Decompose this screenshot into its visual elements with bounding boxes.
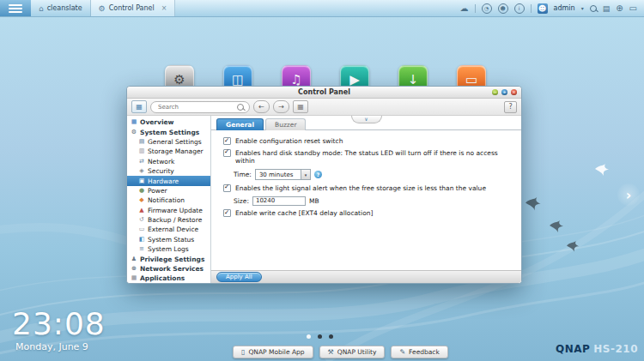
tab-buzzer[interactable]: Buzzer xyxy=(265,118,306,130)
notifications-icon[interactable]: ▤ xyxy=(603,4,611,13)
sidebar-item-label: Hardware xyxy=(148,177,179,185)
checkbox-hdd-standby[interactable] xyxy=(223,149,231,157)
window-search[interactable] xyxy=(150,101,250,113)
sidebar-item-storage-manager[interactable]: ▥ Storage Manager xyxy=(127,147,210,156)
dock-button-icon: ⚒ xyxy=(328,348,334,356)
sidebar-item-label: External Device xyxy=(148,226,198,233)
checkbox-write-cache[interactable] xyxy=(223,209,231,217)
setting-subrow: Time: 30 minutes ▾ ? xyxy=(234,169,516,180)
view-mode-button[interactable]: ▦ xyxy=(293,100,308,113)
feedback-button[interactable]: ✎ Feedback xyxy=(391,346,447,358)
setting-row: Enables the light signal alert when the … xyxy=(223,184,516,192)
clock-date: Monday, June 9 xyxy=(15,341,106,352)
dock-button-label: Feedback xyxy=(409,348,440,356)
sidebar-toggle-button[interactable]: ▦ xyxy=(131,100,147,113)
window-toolbar: ▦ ← → ▦ ? xyxy=(127,99,521,116)
window-body: ▦ Overview ⚙ System Settings ▤ General S… xyxy=(127,116,521,283)
sidebar-item-icon: ▦ xyxy=(131,119,137,125)
apply-all-button[interactable]: Apply All xyxy=(216,272,262,282)
sidebar-item-icon: ◧ xyxy=(138,237,145,243)
collapse-panel-button[interactable]: ∨ xyxy=(351,116,382,123)
pager-dot[interactable] xyxy=(318,334,322,339)
user-avatar[interactable]: ☻ xyxy=(538,3,548,14)
bird-silhouette xyxy=(595,164,609,176)
desktop-pager xyxy=(307,334,333,339)
setting-label: Enable write cache [EXT4 delay allocatio… xyxy=(235,209,373,217)
checkbox-config-reset[interactable] xyxy=(223,137,231,145)
sidebar-item-label: General Settings xyxy=(148,138,202,146)
tab-general[interactable]: General xyxy=(216,118,264,130)
window-footer: Apply All xyxy=(211,270,521,283)
sidebar-item-network-services[interactable]: ⊕ Network Services xyxy=(127,264,210,274)
sidebar-item-general-settings[interactable]: ▤ General Settings xyxy=(127,137,210,147)
sidebar-item-system-logs[interactable]: ≡ System Logs xyxy=(127,244,210,254)
sidebar-item-external-device[interactable]: ▭ External Device xyxy=(127,225,210,234)
language-icon[interactable]: ⊕ xyxy=(616,3,623,13)
qnap-utility-button[interactable]: ⚒ QNAP Utility xyxy=(319,346,386,358)
sidebar-item-label: System Settings xyxy=(140,129,199,136)
sidebar-item-icon: ⚙ xyxy=(131,129,137,135)
sidebar-item-label: Backup / Restore xyxy=(148,216,202,224)
pager-dot-active[interactable] xyxy=(307,334,311,339)
bottom-dock: ▯ QNAP Mobile App ⚒ QNAP Utility ✎ Feedb… xyxy=(233,346,448,358)
sidebar-item-system-status[interactable]: ◧ System Status xyxy=(127,235,210,244)
taskbar-right-icons: ☁◔☻i ☻ admin ▾ ▤⊕▭ xyxy=(460,0,644,16)
main-menu-button[interactable] xyxy=(0,0,31,16)
sidebar-item-applications[interactable]: ▦ Applications xyxy=(127,274,210,283)
forward-button[interactable]: → xyxy=(273,100,289,113)
sidebar-item-icon: ● xyxy=(138,188,145,194)
sidebar-item-label: Privilege Settings xyxy=(140,256,204,263)
maximize-button[interactable]: + xyxy=(501,89,507,95)
next-desktop-arrow[interactable]: › xyxy=(617,184,640,206)
window-titlebar[interactable]: Control Panel − + × xyxy=(127,87,521,99)
checkbox-light-signal[interactable] xyxy=(223,184,231,192)
desktop-screen: ⌂ cleanslate ⚙ Control Panel × ☁◔☻i ☻ ad… xyxy=(0,0,644,361)
back-button[interactable]: ← xyxy=(253,100,270,113)
chevron-down-icon[interactable]: ▾ xyxy=(301,170,310,179)
sidebar-item-hardware[interactable]: ▣ Hardware xyxy=(127,176,210,185)
external-device-icon[interactable]: ☻ xyxy=(498,3,508,14)
sidebar-item-label: Power xyxy=(148,187,167,195)
sidebar-item-overview[interactable]: ▦ Overview xyxy=(127,117,210,127)
top-taskbar: ⌂ cleanslate ⚙ Control Panel × ☁◔☻i ☻ ad… xyxy=(0,0,644,17)
sidebar-item-privilege-settings[interactable]: ♟ Privilege Settings xyxy=(127,254,210,263)
sidebar-item-icon: ⊕ xyxy=(131,266,137,272)
sidebar-item-network[interactable]: ⇄ Network xyxy=(127,157,210,166)
desktop-clock: 23:08 Monday, June 9 xyxy=(12,309,106,352)
close-button[interactable]: × xyxy=(511,89,517,95)
sidebar-item-icon: ▣ xyxy=(138,178,145,184)
setting-label: Enables hard disk standby mode: The stat… xyxy=(235,149,516,165)
close-tab-icon[interactable]: × xyxy=(161,4,167,12)
time-select[interactable]: 30 minutes ▾ xyxy=(255,169,311,180)
tab-control-panel[interactable]: ⚙ Control Panel × xyxy=(91,0,176,16)
help-button[interactable]: ? xyxy=(504,101,517,113)
sidebar-item-firmware-update[interactable]: ▲ Firmware Update xyxy=(127,206,210,215)
qnap-mobile-app-button[interactable]: ▯ QNAP Mobile App xyxy=(233,346,313,358)
sidebar-item-label: Applications xyxy=(140,274,185,282)
search-icon[interactable] xyxy=(590,5,597,12)
sidebar-item-icon: ▭ xyxy=(138,226,145,232)
about-icon[interactable]: i xyxy=(514,3,525,14)
user-menu[interactable]: admin xyxy=(554,4,575,12)
size-input[interactable] xyxy=(252,196,306,206)
sidebar-item-icon: ⇄ xyxy=(138,159,145,165)
search-input[interactable] xyxy=(156,103,234,111)
sidebar-item-power[interactable]: ● Power xyxy=(127,186,210,196)
sidebar-item-icon: ◈ xyxy=(138,168,145,174)
sidebar-item-label: Storage Manager xyxy=(148,147,204,155)
sidebar-item-backup-restore[interactable]: ↺ Backup / Restore xyxy=(127,215,210,225)
pager-dot[interactable] xyxy=(329,334,333,339)
info-icon[interactable]: ? xyxy=(314,171,322,178)
sidebar-item-security[interactable]: ◈ Security xyxy=(127,166,210,176)
minimize-button[interactable]: − xyxy=(492,89,498,95)
tab-desktop-home[interactable]: ⌂ cleanslate xyxy=(31,0,91,16)
settings-sidebar: ▦ Overview ⚙ System Settings ▤ General S… xyxy=(127,116,211,283)
desktop-preferences-icon[interactable]: ▭ xyxy=(629,3,637,13)
dock-button-icon: ▯ xyxy=(241,348,245,356)
time-label: Time: xyxy=(234,171,252,178)
myqnapcloud-icon[interactable]: ☁ xyxy=(460,3,469,13)
sidebar-item-system-settings[interactable]: ⚙ System Settings xyxy=(127,127,210,136)
sidebar-item-notification[interactable]: ◆ Notification xyxy=(127,196,210,205)
sidebar-item-icon: ↺ xyxy=(138,217,145,223)
background-tasks-icon[interactable]: ◔ xyxy=(482,3,492,14)
